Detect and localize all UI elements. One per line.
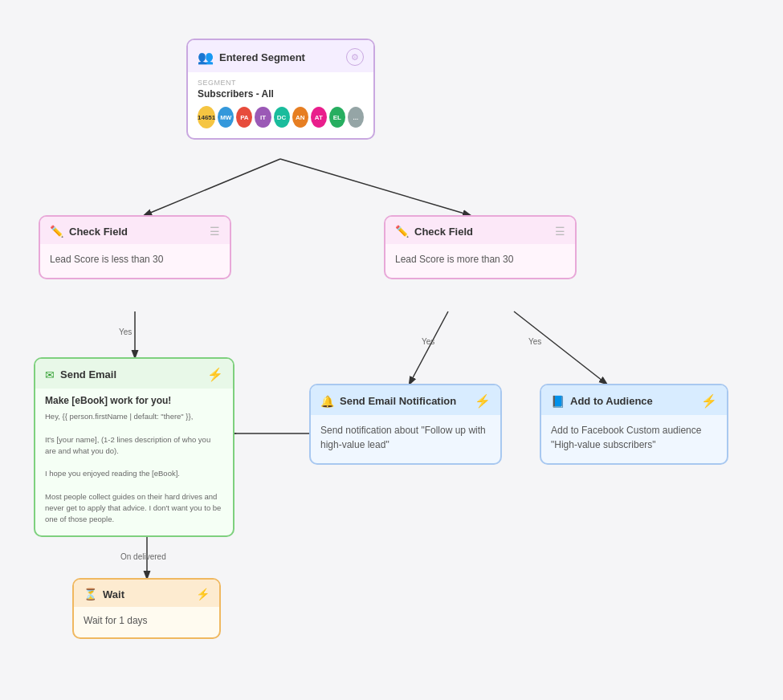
audience-description: Add to Facebook Custom audience "High-va… — [541, 415, 727, 463]
email-subject: Make [eBook] work for you! — [45, 395, 223, 406]
wait-node[interactable]: ⏳ Wait ⚡ Wait for 1 days — [72, 578, 221, 639]
bell-icon: 🔔 — [320, 395, 334, 408]
facebook-icon: 📘 — [551, 395, 565, 408]
pencil-icon-right: ✏️ — [395, 225, 409, 238]
avatar-dc: DC — [274, 107, 290, 128]
label-yes-right: Yes — [528, 337, 541, 346]
avatar-mw: MW — [218, 107, 234, 128]
avatar-count: 14651 — [198, 106, 215, 128]
people-icon: 👥 — [198, 50, 214, 65]
audience-title: Add to Audience — [570, 395, 653, 407]
send-email-notification-node[interactable]: 🔔 Send Email Notification ⚡ Send notific… — [309, 384, 502, 465]
pencil-icon-left: ✏️ — [50, 225, 63, 238]
filter-icon-right: ☰ — [555, 225, 565, 238]
send-email-node[interactable]: ✉ Send Email ⚡ Make [eBook] work for you… — [34, 357, 234, 537]
wait-title: Wait — [103, 588, 124, 600]
avatar-an: AN — [292, 107, 308, 128]
svg-line-1 — [280, 159, 470, 215]
segment-label: SEGMENT — [198, 79, 364, 87]
add-to-audience-node[interactable]: 📘 Add to Audience ⚡ Add to Facebook Cust… — [540, 384, 728, 465]
filter-icon-left: ☰ — [210, 225, 220, 238]
send-notif-title: Send Email Notification — [340, 395, 456, 407]
svg-line-4 — [514, 311, 606, 384]
hourglass-icon: ⏳ — [84, 588, 97, 600]
avatar-more: ... — [348, 107, 364, 128]
check-field-left-title: Check Field — [69, 226, 128, 238]
lightning-icon-wait: ⚡ — [196, 588, 210, 600]
avatar-it: IT — [255, 107, 271, 128]
check-field-right-node[interactable]: ✏️ Check Field ☰ Lead Score is more than… — [384, 215, 577, 279]
svg-line-0 — [145, 159, 280, 215]
entered-segment-node[interactable]: 👥 Entered Segment ⚙ SEGMENT Subscribers … — [186, 39, 375, 140]
send-email-title: Send Email — [60, 368, 116, 381]
wait-description: Wait for 1 days — [74, 607, 219, 637]
settings-icon[interactable]: ⚙ — [346, 48, 364, 66]
segment-node-title: Entered Segment — [219, 51, 305, 63]
label-on-delivered: On delivered — [120, 552, 166, 561]
label-yes-mid: Yes — [422, 337, 434, 346]
check-field-right-title: Check Field — [414, 226, 473, 238]
check-field-right-condition: Lead Score is more than 30 — [385, 244, 575, 278]
lightning-icon-email: ⚡ — [207, 367, 223, 382]
avatar-row: 14651 MW PA IT DC AN AT EL ... — [198, 106, 364, 128]
avatar-el: EL — [329, 107, 345, 128]
segment-name: Subscribers - All — [198, 88, 364, 100]
lightning-icon-notif: ⚡ — [475, 393, 491, 409]
lightning-icon-audience: ⚡ — [701, 393, 717, 409]
email-icon: ✉ — [45, 368, 55, 381]
check-field-left-node[interactable]: ✏️ Check Field ☰ Lead Score is less than… — [39, 215, 231, 279]
avatar-at: AT — [311, 107, 327, 128]
send-notif-description: Send notification about "Follow up with … — [311, 415, 500, 463]
avatar-pa: PA — [236, 107, 252, 128]
svg-line-3 — [410, 311, 448, 384]
label-yes-left: Yes — [119, 328, 132, 336]
workflow-canvas: Yes Yes Yes On delivered 👥 Entered Segme… — [0, 0, 783, 700]
email-preview: Hey, {{ person.firstName | default: "the… — [45, 411, 223, 526]
check-field-left-condition: Lead Score is less than 30 — [40, 244, 230, 278]
